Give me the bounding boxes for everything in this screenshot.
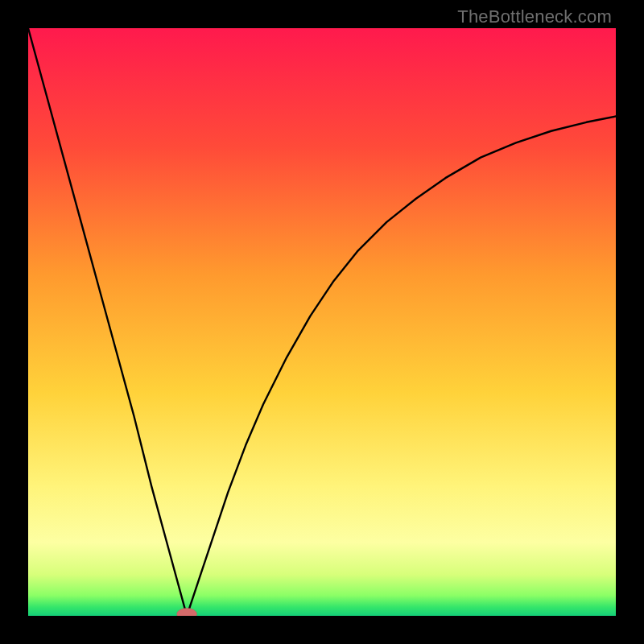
- watermark-text: TheBottleneck.com: [457, 6, 612, 27]
- chart-frame: TheBottleneck.com: [0, 0, 644, 644]
- plot-svg: [28, 28, 616, 616]
- gradient-background: [28, 28, 616, 616]
- plot-area: [28, 28, 616, 616]
